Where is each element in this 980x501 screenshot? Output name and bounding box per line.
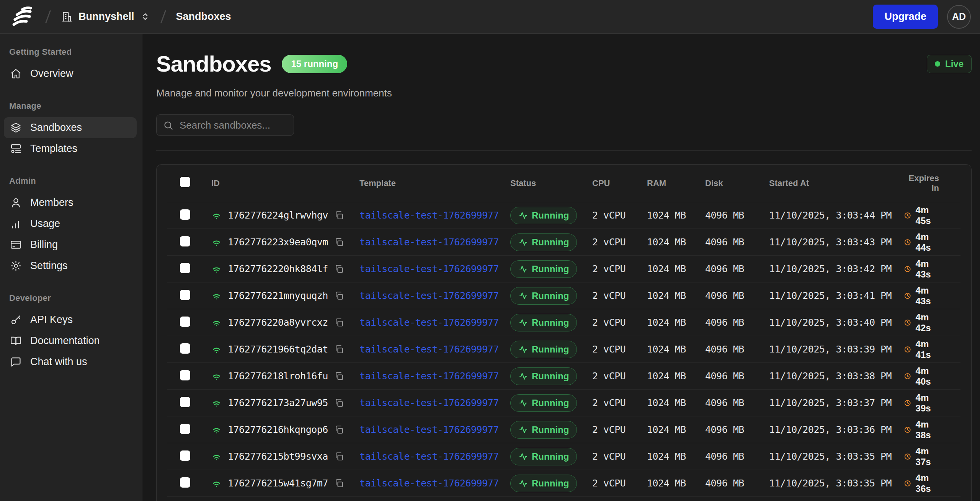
sidebar-section: Manage Sandboxes Templates	[4, 101, 137, 159]
cell-ram: 1024 MB	[647, 263, 705, 274]
org-switcher-button[interactable]: Bunnyshell	[61, 11, 150, 23]
table-row: 1762776214kkjgl0yd tailscale-test-176269…	[167, 497, 960, 501]
copy-id-button[interactable]	[334, 264, 344, 274]
sidebar-item-templates[interactable]: Templates	[4, 138, 137, 159]
row-checkbox[interactable]	[180, 343, 190, 354]
sidebar-item-sandboxes[interactable]: Sandboxes	[4, 117, 137, 138]
content-divider	[156, 150, 972, 151]
column-header-expires-in: Expires In	[904, 173, 960, 193]
copy-id-button[interactable]	[334, 318, 344, 327]
template-link[interactable]: tailscale-test-1762699977	[359, 263, 499, 274]
cell-expires-in: 4m 44s	[904, 232, 960, 253]
clock-icon	[904, 318, 911, 328]
expires-value: 4m 38s	[916, 419, 939, 441]
sandbox-id: 1762776224glrwvhgv	[228, 210, 328, 221]
org-name: Bunnyshell	[78, 11, 134, 23]
table-body: 1762776224glrwvhgv tailscale-test-176269…	[167, 202, 960, 501]
column-header-cpu: CPU	[592, 178, 647, 188]
chart-icon	[10, 218, 22, 230]
breadcrumb-page: Sandboxes	[176, 11, 231, 23]
live-label: Live	[945, 59, 964, 69]
cell-ram: 1024 MB	[647, 370, 705, 382]
topbar: Bunnyshell Sandboxes Upgrade AD	[0, 0, 980, 34]
row-checkbox[interactable]	[180, 236, 190, 246]
row-checkbox[interactable]	[180, 290, 190, 300]
building-icon	[61, 11, 73, 23]
copy-id-button[interactable]	[334, 371, 344, 381]
table-header-row: ID Template Status CPU RAM Disk Started …	[167, 165, 960, 202]
cell-disk: 4096 MB	[705, 451, 769, 462]
wifi-icon	[211, 371, 222, 381]
cell-expires-in: 4m 37s	[904, 446, 960, 467]
row-checkbox[interactable]	[180, 424, 190, 434]
running-count-badge: 15 running	[282, 55, 347, 73]
row-checkbox[interactable]	[180, 370, 190, 380]
copy-icon	[334, 452, 344, 461]
expires-value: 4m 43s	[916, 258, 939, 280]
copy-id-button[interactable]	[334, 344, 344, 354]
copy-id-button[interactable]	[334, 211, 344, 220]
cell-started-at: 11/10/2025, 3:03:37 PM	[769, 397, 904, 408]
sidebar-item-label: Billing	[30, 239, 58, 251]
copy-id-button[interactable]	[334, 425, 344, 434]
sidebar-item-overview[interactable]: Overview	[4, 63, 137, 84]
cell-disk: 4096 MB	[705, 370, 769, 382]
template-link[interactable]: tailscale-test-1762699977	[359, 237, 499, 248]
template-link[interactable]: tailscale-test-1762699977	[359, 210, 499, 221]
status-label: Running	[532, 344, 569, 355]
copy-icon	[334, 318, 344, 327]
status-label: Running	[532, 371, 569, 382]
row-checkbox[interactable]	[180, 397, 190, 407]
cell-expires-in: 4m 42s	[904, 312, 960, 333]
expires-value: 4m 42s	[916, 312, 939, 333]
row-checkbox[interactable]	[180, 450, 190, 461]
sidebar-item-chat-with-us[interactable]: Chat with us	[4, 351, 137, 372]
cell-disk: 4096 MB	[705, 263, 769, 274]
cell-ram: 1024 MB	[647, 290, 705, 301]
copy-icon	[334, 344, 344, 354]
select-all-checkbox[interactable]	[180, 177, 190, 187]
copy-id-button[interactable]	[334, 478, 344, 488]
row-checkbox[interactable]	[180, 263, 190, 273]
sidebar-item-billing[interactable]: Billing	[4, 234, 137, 255]
sidebar-item-api-keys[interactable]: API Keys	[4, 309, 137, 330]
template-link[interactable]: tailscale-test-1762699977	[359, 290, 499, 301]
copy-id-button[interactable]	[334, 398, 344, 408]
sandbox-id: 1762776215bt99svxa	[228, 451, 328, 462]
template-link[interactable]: tailscale-test-1762699977	[359, 397, 499, 408]
template-link[interactable]: tailscale-test-1762699977	[359, 317, 499, 328]
page-title: Sandboxes	[156, 51, 271, 77]
home-icon	[10, 68, 22, 80]
row-checkbox[interactable]	[180, 317, 190, 327]
sidebar-item-settings[interactable]: Settings	[4, 255, 137, 276]
copy-id-button[interactable]	[334, 237, 344, 247]
upgrade-button[interactable]: Upgrade	[873, 5, 938, 29]
template-link[interactable]: tailscale-test-1762699977	[359, 370, 499, 382]
sidebar-item-label: API Keys	[30, 314, 73, 326]
bunnyshell-logo-icon[interactable]	[10, 5, 35, 29]
wifi-icon	[211, 478, 222, 488]
live-badge: Live	[927, 55, 972, 73]
avatar[interactable]: AD	[947, 5, 971, 29]
template-link[interactable]: tailscale-test-1762699977	[359, 344, 499, 355]
status-badge: Running	[510, 287, 577, 305]
copy-id-button[interactable]	[334, 291, 344, 300]
cell-disk: 4096 MB	[705, 290, 769, 301]
template-link[interactable]: tailscale-test-1762699977	[359, 478, 499, 489]
cell-expires-in: 4m 41s	[904, 339, 960, 360]
row-checkbox[interactable]	[180, 477, 190, 488]
copy-id-button[interactable]	[334, 452, 344, 461]
sidebar-item-members[interactable]: Members	[4, 192, 137, 213]
expires-value: 4m 35s	[916, 499, 939, 501]
expires-value: 4m 40s	[916, 366, 939, 387]
template-link[interactable]: tailscale-test-1762699977	[359, 451, 499, 462]
row-checkbox[interactable]	[180, 209, 190, 220]
clock-icon	[904, 291, 911, 301]
table-row: 1762776223x9ea0qvm tailscale-test-176269…	[167, 229, 960, 256]
sidebar-item-documentation[interactable]: Documentation	[4, 330, 137, 351]
cell-started-at: 11/10/2025, 3:03:35 PM	[769, 478, 904, 489]
sidebar-section: Developer API Keys Documentation Chat wi…	[4, 293, 137, 372]
sidebar-item-usage[interactable]: Usage	[4, 213, 137, 234]
template-link[interactable]: tailscale-test-1762699977	[359, 424, 499, 435]
search-input[interactable]	[180, 119, 308, 131]
